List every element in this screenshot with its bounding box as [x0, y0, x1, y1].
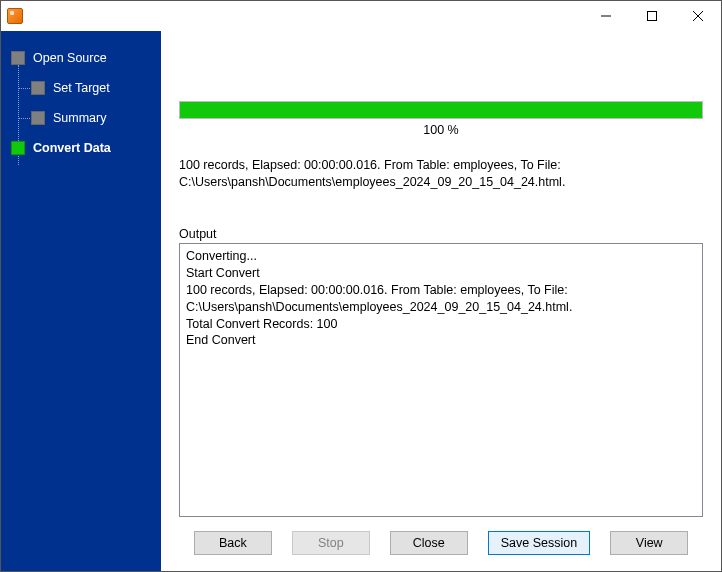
wizard-sidebar: Open Source Set Target Summary Convert D…: [1, 31, 161, 571]
output-line: Converting...: [186, 248, 696, 265]
progress-bar: [179, 101, 703, 119]
status-text: 100 records, Elapsed: 00:00:00.016. From…: [179, 157, 703, 207]
step-convert-data[interactable]: Convert Data: [1, 133, 161, 163]
output-line: 100 records, Elapsed: 00:00:00.016. From…: [186, 282, 696, 316]
client-area: Open Source Set Target Summary Convert D…: [1, 31, 721, 571]
titlebar: [1, 1, 721, 31]
status-line: C:\Users\pansh\Documents\employees_2024_…: [179, 174, 703, 191]
output-textarea[interactable]: Converting...Start Convert100 records, E…: [179, 243, 703, 517]
progress-fill: [180, 102, 702, 118]
button-row: Back Stop Close Save Session View: [179, 517, 703, 561]
progress-percent-label: 100 %: [179, 123, 703, 137]
close-button[interactable]: Close: [390, 531, 468, 555]
view-button[interactable]: View: [610, 531, 688, 555]
close-window-button[interactable]: [675, 1, 721, 31]
progress-section: 100 %: [179, 101, 703, 137]
maximize-button[interactable]: [629, 1, 675, 31]
step-open-source[interactable]: Open Source: [1, 43, 161, 73]
step-label: Convert Data: [33, 141, 111, 155]
status-line: 100 records, Elapsed: 00:00:00.016. From…: [179, 157, 703, 174]
step-label: Set Target: [53, 81, 110, 95]
save-session-button[interactable]: Save Session: [488, 531, 590, 555]
step-box-icon: [11, 141, 25, 155]
step-label: Summary: [53, 111, 106, 125]
step-label: Open Source: [33, 51, 107, 65]
back-button[interactable]: Back: [194, 531, 272, 555]
output-line: Start Convert: [186, 265, 696, 282]
stop-button: Stop: [292, 531, 370, 555]
output-label: Output: [179, 227, 703, 241]
svg-rect-1: [648, 12, 657, 21]
content-panel: 100 % 100 records, Elapsed: 00:00:00.016…: [161, 31, 721, 571]
window-controls: [583, 1, 721, 31]
minimize-button[interactable]: [583, 1, 629, 31]
output-line: End Convert: [186, 332, 696, 349]
step-box-icon: [31, 81, 45, 95]
step-box-icon: [11, 51, 25, 65]
app-icon: [7, 8, 23, 24]
step-box-icon: [31, 111, 45, 125]
output-line: Total Convert Records: 100: [186, 316, 696, 333]
